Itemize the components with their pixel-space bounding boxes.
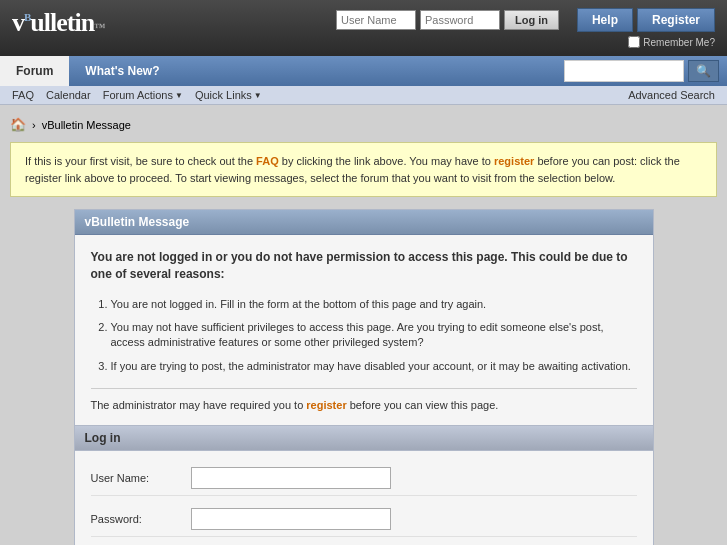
reason-1: You are not logged in. Fill in the form … <box>111 297 637 312</box>
register-notice-link[interactable]: register <box>306 399 346 411</box>
password-row: Password: <box>91 502 637 537</box>
username-label: User Name: <box>91 472 191 484</box>
navbar: Forum What's New? 🔍 <box>0 56 727 86</box>
breadcrumb-page-title: vBulletin Message <box>42 119 131 131</box>
login-button[interactable]: Log in <box>504 10 559 30</box>
help-button[interactable]: Help <box>577 8 633 32</box>
panel-body: You are not logged in or you do not have… <box>75 235 653 425</box>
advanced-search-link[interactable]: Advanced Search <box>628 89 715 101</box>
reason-3: If you are trying to post, the administr… <box>111 359 637 374</box>
register-notice-after: before you can view this page. <box>347 399 499 411</box>
login-area: Log in Help Register <box>336 8 715 32</box>
breadcrumb-separator: › <box>32 119 36 131</box>
register-notice: The administrator may have required you … <box>91 388 637 411</box>
username-input[interactable] <box>336 10 416 30</box>
logo-tm: ™ <box>94 21 104 33</box>
notice-faq-link[interactable]: FAQ <box>256 155 279 167</box>
search-input[interactable] <box>564 60 684 82</box>
reasons-list: You are not logged in. Fill in the form … <box>111 297 637 375</box>
subnav: FAQ Calendar Forum Actions ▼ Quick Links… <box>0 86 727 105</box>
login-form: User Name: Password: <box>75 451 653 545</box>
subnav-calendar[interactable]: Calendar <box>46 89 91 101</box>
subnav-quick-links[interactable]: Quick Links ▼ <box>195 89 262 101</box>
remember-me-area: Remember Me? <box>628 36 715 48</box>
tab-whats-new[interactable]: What's New? <box>69 56 175 86</box>
tab-forum[interactable]: Forum <box>0 56 69 86</box>
register-notice-before: The administrator may have required you … <box>91 399 307 411</box>
login-panel-header: Log in <box>75 425 653 451</box>
reason-2: You may not have sufficient privileges t… <box>111 320 637 351</box>
notice-register-link[interactable]: register <box>494 155 534 167</box>
quick-links-arrow: ▼ <box>254 91 262 100</box>
notice-text-after-faq: by clicking the link above. You may have… <box>279 155 494 167</box>
logo-text: vBulletin™ <box>12 8 104 48</box>
register-button[interactable]: Register <box>637 8 715 32</box>
nav-search-area: 🔍 <box>564 60 727 82</box>
message-panel: vBulletin Message You are not logged in … <box>74 209 654 545</box>
login-password-field[interactable] <box>191 508 391 530</box>
subnav-forum-actions[interactable]: Forum Actions ▼ <box>103 89 183 101</box>
logo: vBulletin™ <box>12 8 104 48</box>
remember-me-label: Remember Me? <box>643 37 715 48</box>
forum-actions-label: Forum Actions <box>103 89 173 101</box>
search-button[interactable]: 🔍 <box>688 60 719 82</box>
home-icon[interactable]: 🏠 <box>10 117 26 132</box>
password-label: Password: <box>91 513 191 525</box>
quick-links-label: Quick Links <box>195 89 252 101</box>
error-title: You are not logged in or you do not have… <box>91 249 637 283</box>
login-username-field[interactable] <box>191 467 391 489</box>
remember-me-checkbox[interactable] <box>628 36 640 48</box>
username-row: User Name: <box>91 461 637 496</box>
breadcrumb: 🏠 › vBulletin Message <box>10 115 717 134</box>
panel-header: vBulletin Message <box>75 210 653 235</box>
header: vBulletin™ Log in Help Register Remember… <box>0 0 727 56</box>
main-content: 🏠 › vBulletin Message If this is your fi… <box>0 105 727 545</box>
subnav-faq[interactable]: FAQ <box>12 89 34 101</box>
password-input[interactable] <box>420 10 500 30</box>
forum-actions-arrow: ▼ <box>175 91 183 100</box>
notice-text-before-faq: If this is your first visit, be sure to … <box>25 155 256 167</box>
notice-box: If this is your first visit, be sure to … <box>10 142 717 197</box>
